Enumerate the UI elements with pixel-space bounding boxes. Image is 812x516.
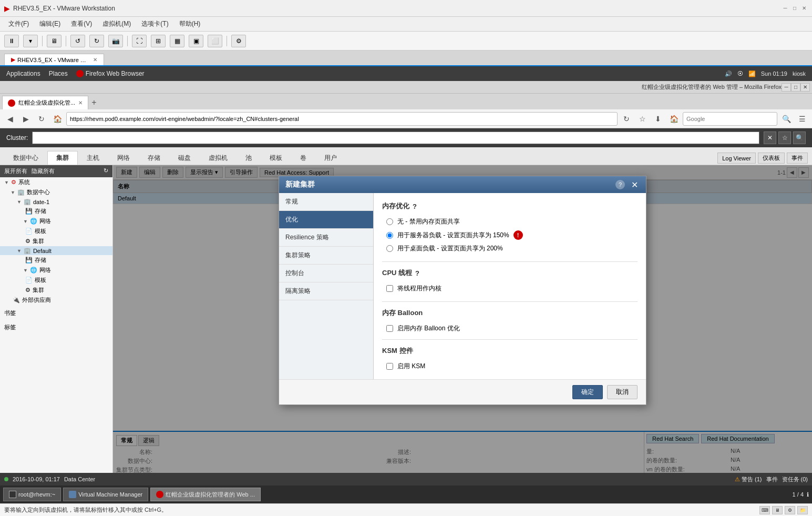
menu-vm[interactable]: 虚拟机(M): [98, 18, 135, 29]
vm-tab-close[interactable]: ✕: [93, 57, 97, 63]
tasks-badge[interactable]: 资任务 (0): [782, 475, 808, 483]
menu-edit[interactable]: 编辑(E): [35, 18, 65, 29]
nav-tab-disk[interactable]: 磁盘: [169, 151, 200, 165]
tree-item-datacenter-root[interactable]: ▼ 🏢 数据中心: [0, 187, 112, 197]
nav-tab-storage[interactable]: 存储: [139, 151, 169, 165]
tree-item-date1[interactable]: ▼ 🏢 date-1: [0, 197, 112, 206]
events-button[interactable]: 事件: [787, 153, 808, 164]
redo[interactable]: ↻: [89, 35, 104, 47]
sidebar-refresh[interactable]: ↻: [104, 167, 108, 175]
nav-tab-vol[interactable]: 卷: [291, 151, 315, 165]
dialog-nav-general[interactable]: 常规: [279, 193, 373, 211]
ff-menu-button[interactable]: ☰: [795, 112, 809, 126]
close-button[interactable]: ✕: [800, 5, 808, 12]
ff-tab-close[interactable]: ✕: [78, 100, 83, 106]
settings-icon2[interactable]: ⚙: [785, 506, 795, 514]
ff-refresh-button[interactable]: ↻: [620, 112, 633, 126]
nav-tab-template[interactable]: 模板: [261, 151, 291, 165]
pause-button[interactable]: ⏸: [4, 35, 19, 47]
folder-icon[interactable]: 📁: [797, 506, 808, 514]
tree-item-default-template[interactable]: 📄 模板: [0, 275, 112, 285]
memory-balloon-checkbox[interactable]: [386, 325, 393, 332]
undo[interactable]: ↺: [70, 35, 85, 47]
tree-item-default-network[interactable]: ▼ 🌐 网络: [0, 265, 112, 275]
tree-item-date1-cluster[interactable]: ⚙ 集群: [0, 236, 112, 246]
nav-tab-vm[interactable]: 虚拟机: [200, 151, 237, 165]
cluster-search-input[interactable]: [32, 131, 759, 144]
cpu-thread-help[interactable]: ?: [415, 269, 419, 277]
ff-maximize[interactable]: □: [791, 83, 800, 92]
ff-minimize[interactable]: ─: [782, 83, 791, 92]
radio-desktop[interactable]: [386, 245, 393, 252]
url-bar[interactable]: [66, 112, 618, 126]
dialog-help-button[interactable]: ?: [615, 180, 625, 189]
ff-home-button[interactable]: 🏠: [50, 112, 64, 126]
log-viewer-button[interactable]: Log Viewer: [717, 153, 756, 164]
nav-tab-host[interactable]: 主机: [78, 151, 108, 165]
view1[interactable]: ▦: [170, 35, 184, 47]
linux-applications[interactable]: Applications: [6, 70, 40, 77]
view3[interactable]: ⬜: [208, 35, 222, 47]
radio-no-share[interactable]: [386, 218, 393, 225]
menu-help[interactable]: 帮助(H): [175, 18, 205, 29]
memory-opt-help[interactable]: ?: [413, 203, 417, 210]
dialog-nav-console[interactable]: 控制台: [279, 265, 373, 282]
nav-tab-datacenter[interactable]: 数据中心: [4, 151, 47, 165]
full-screen[interactable]: ⛶: [132, 35, 147, 47]
vm-tab-rhev[interactable]: ▶ RHEV3.5_EX - VMware Workstation ✕: [4, 54, 104, 65]
search-bookmark-button[interactable]: ☆: [778, 131, 791, 144]
settings[interactable]: ⚙: [231, 35, 246, 47]
nav-tab-pool[interactable]: 池: [237, 151, 261, 165]
cancel-button[interactable]: 取消: [607, 385, 638, 399]
taskbar-vmm[interactable]: Virtual Machine Manager: [63, 488, 148, 501]
nav-tab-network[interactable]: 网络: [108, 151, 139, 165]
tree-item-external-provider[interactable]: 🔌 外部供应商: [0, 295, 112, 305]
ff-reload-button[interactable]: ↻: [35, 112, 48, 126]
menu-view[interactable]: 查看(V): [67, 18, 96, 29]
tree-item-default[interactable]: ▼ 🏢 Default: [0, 246, 112, 255]
expand-all[interactable]: 展开所有: [4, 167, 27, 175]
ff-tab-main[interactable]: 红帽企业级虚拟化管... ✕: [2, 96, 88, 109]
search-execute-button[interactable]: 🔍: [793, 131, 806, 144]
ff-close[interactable]: ✕: [800, 83, 810, 92]
view2[interactable]: ▣: [189, 35, 203, 47]
display-icon[interactable]: 🖥: [772, 506, 783, 514]
tree-item-default-cluster[interactable]: ⚙ 集群: [0, 285, 112, 295]
hide-all[interactable]: 隐藏所有: [32, 167, 55, 175]
menu-file[interactable]: 文件(F): [4, 18, 33, 29]
dialog-close-button[interactable]: ✕: [629, 179, 640, 190]
dialog-nav-fencing[interactable]: 隔离策略: [279, 282, 373, 300]
taskbar-terminal[interactable]: root@rhevm:~: [3, 488, 61, 501]
tree-item-date1-storage[interactable]: 💾 存储: [0, 206, 112, 216]
dialog-nav-cluster-policy[interactable]: 集群策略: [279, 247, 373, 265]
minimize-button[interactable]: ─: [782, 5, 789, 12]
dialog-nav-resilience[interactable]: Resilience 策略: [279, 229, 373, 247]
ff-search-input[interactable]: [683, 112, 777, 126]
tree-item-date1-network[interactable]: ▼ 🌐 网络: [0, 216, 112, 226]
send-ctrl-alt-del[interactable]: 🖥: [47, 35, 61, 47]
ff-download-button[interactable]: ⬇: [651, 112, 665, 126]
ff-homepg-button[interactable]: 🏠: [667, 112, 681, 126]
tree-item-system[interactable]: ▼ ⚙ 系统: [0, 177, 112, 187]
taskbar-firefox[interactable]: 红帽企业级虚拟化管理者的 Web ...: [150, 488, 261, 501]
nav-tab-cluster[interactable]: 集群: [47, 151, 78, 165]
dashboard-button[interactable]: 仪表板: [758, 153, 785, 164]
linux-firefox-launcher[interactable]: Firefox Web Browser: [76, 70, 145, 77]
confirm-button[interactable]: 确定: [572, 385, 603, 399]
ff-search-submit[interactable]: 🔍: [779, 112, 793, 126]
cpu-thread-checkbox[interactable]: [386, 285, 393, 292]
warn-badge[interactable]: ⚠ 警告 (1): [735, 475, 762, 483]
ff-add-tab-button[interactable]: +: [88, 96, 99, 109]
menu-tab[interactable]: 选项卡(T): [137, 18, 172, 29]
pause-dropdown[interactable]: ▾: [23, 35, 38, 47]
linux-places[interactable]: Places: [49, 70, 68, 77]
ksm-checkbox[interactable]: [386, 363, 393, 370]
dialog-nav-optimization[interactable]: 优化: [279, 211, 373, 229]
ff-back-button[interactable]: ◀: [3, 112, 17, 126]
nav-tab-user[interactable]: 用户: [315, 151, 346, 165]
unity[interactable]: ⊞: [151, 35, 166, 47]
search-clear-button[interactable]: ✕: [764, 131, 776, 144]
keyboard-icon[interactable]: ⌨: [759, 506, 770, 514]
radio-server[interactable]: [386, 232, 393, 239]
snapshot[interactable]: 📷: [108, 35, 123, 47]
